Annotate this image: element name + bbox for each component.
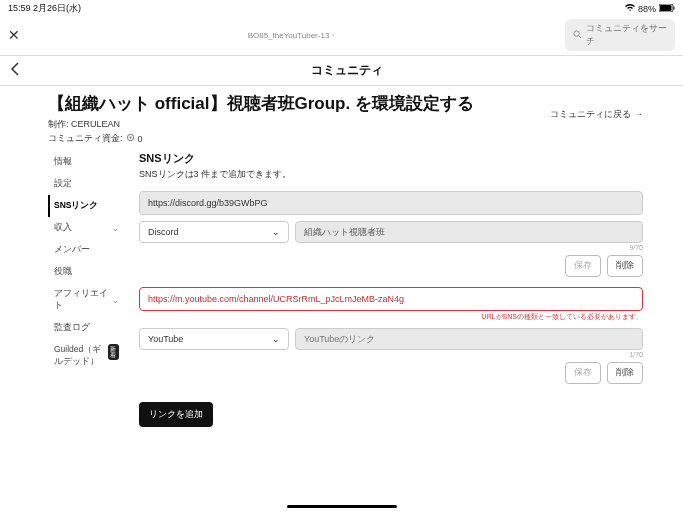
sidebar-item-info[interactable]: 情報 [48,151,123,173]
svg-line-4 [579,35,581,37]
status-date: 2月26日(水) [33,3,81,13]
svg-point-3 [574,30,579,35]
sidebar-item-affiliate[interactable]: アフィリエイト⌄ [48,283,123,317]
char-counter: 1/70 [139,351,643,358]
funds-value: 0 [138,134,143,144]
name-input[interactable] [295,328,643,350]
gear-icon [126,133,135,144]
context-label: BO85_theYouTuber-13・ [28,30,557,41]
close-icon[interactable]: ✕ [8,27,20,43]
status-left: 15:59 2月26日(水) [8,2,81,15]
sidebar-item-sns[interactable]: SNSリンク [48,195,123,217]
wifi-icon [625,4,635,14]
home-indicator[interactable] [287,505,397,508]
sidebar-item-members[interactable]: メンバー [48,239,123,261]
back-icon[interactable] [10,62,20,79]
status-bar: 15:59 2月26日(水) 88% [0,0,683,17]
svg-rect-2 [674,6,675,9]
chevron-down-icon: ⌄ [112,296,119,305]
save-button[interactable]: 保存 [565,362,601,384]
status-right: 88% [625,4,675,14]
platform-select[interactable]: YouTube ⌄ [139,328,289,350]
error-message: URLがSNSの種類と一致している必要があります。 [139,312,643,322]
battery-icon [659,4,675,14]
sns-panel: SNSリンク SNSリンクは3 件まで追加できます。 Discord ⌄ 9/7… [139,151,643,427]
char-counter: 9/70 [139,244,643,251]
chevron-down-icon: ⌄ [272,227,280,237]
new-badge: 新 着 [108,344,119,360]
topbar: ✕ BO85_theYouTuber-13・ コミュニティをサーチ [0,17,683,55]
funds-line: コミュニティ資金: 0 [48,132,643,145]
sidebar-item-settings[interactable]: 設定 [48,173,123,195]
chevron-down-icon: ⌄ [112,224,119,233]
sidebar-item-roles[interactable]: 役職 [48,261,123,283]
status-time: 15:59 [8,3,31,13]
sidebar-item-audit[interactable]: 監査ログ [48,317,123,339]
sidebar-item-income[interactable]: 収入⌄ [48,217,123,239]
save-button[interactable]: 保存 [565,255,601,277]
url-input[interactable] [139,287,643,311]
search-input[interactable]: コミュニティをサーチ [565,19,675,51]
svg-point-6 [129,136,131,138]
add-link-button[interactable]: リンクを追加 [139,402,213,427]
chevron-down-icon: ⌄ [272,334,280,344]
sidebar: 情報 設定 SNSリンク 収入⌄ メンバー 役職 アフィリエイト⌄ 監査ログ G… [48,151,123,427]
sidebar-item-guilded[interactable]: Guilded（ギルデッド） 新 着 [48,339,123,373]
delete-button[interactable]: 削除 [607,362,643,384]
battery-percent: 88% [638,4,656,14]
platform-select[interactable]: Discord ⌄ [139,221,289,243]
nav-row: コミュニティ [0,56,683,85]
return-to-community-link[interactable]: コミュニティに戻る → [550,108,643,121]
svg-rect-1 [660,5,672,11]
search-placeholder: コミュニティをサーチ [586,22,667,48]
delete-button[interactable]: 削除 [607,255,643,277]
section-desc: SNSリンクは3 件まで追加できます。 [139,168,643,181]
name-input[interactable] [295,221,643,243]
sns-block-1: URLがSNSの種類と一致している必要があります。 YouTube ⌄ 1/70… [139,287,643,384]
url-input[interactable] [139,191,643,215]
sns-block-0: Discord ⌄ 9/70 保存 削除 [139,191,643,277]
nav-title: コミュニティ [20,62,673,79]
search-icon [573,30,582,41]
section-title: SNSリンク [139,151,643,166]
